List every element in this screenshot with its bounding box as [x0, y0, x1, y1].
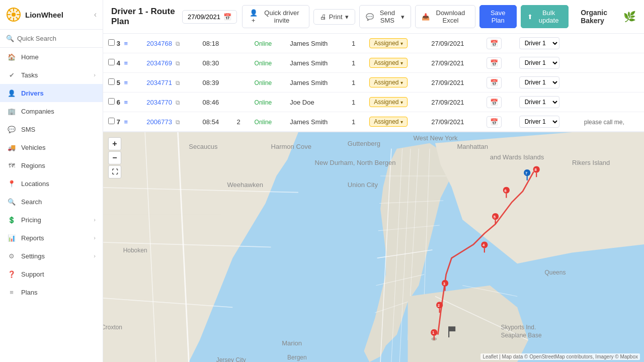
map-svg: Hoboken Croxton Weehawken Secaucus Harmo… — [103, 132, 644, 362]
svg-text:4: 4 — [482, 243, 485, 247]
assigned-badge-1[interactable]: Assigned — [369, 58, 407, 68]
items-cell: 1 — [347, 53, 364, 73]
row-checkbox-3[interactable] — [108, 39, 115, 46]
org-name: Organic Bakery 🌿 — [581, 9, 636, 25]
date-cell: 27/09/2021 — [426, 112, 481, 132]
save-plan-button[interactable]: Save Plan — [479, 5, 517, 28]
bulk-update-button[interactable]: ⬆ Bulk update — [521, 5, 569, 28]
date-picker-button-3[interactable]: 📅 — [487, 97, 502, 108]
sidebar-item-tasks[interactable]: ✔ Tasks › — [0, 66, 103, 84]
svg-text:Skyports Ind.: Skyports Ind. — [501, 324, 536, 331]
date-picker-button-2[interactable]: 📅 — [487, 77, 502, 88]
sidebar-item-regions[interactable]: 🗺 Regions — [0, 156, 103, 174]
quick-search-label: Quick Search — [17, 35, 56, 42]
time-value: 08:18 — [203, 40, 219, 47]
sidebar-item-search[interactable]: 🔍 Search — [0, 193, 103, 211]
order-link-2006773[interactable]: 2006773 — [146, 118, 172, 126]
lionwheel-logo-icon — [6, 7, 21, 22]
quick-driver-invite-button[interactable]: 👤+ Quick driver invite — [242, 5, 309, 28]
zoom-in-button[interactable]: + — [108, 137, 121, 150]
svg-text:6: 6 — [505, 189, 507, 193]
download-excel-button[interactable]: 📥 Download Excel — [415, 5, 475, 28]
assigned-badge-4[interactable]: Assigned — [369, 117, 407, 127]
settings-icon: ⚙ — [7, 251, 16, 260]
date-picker-button-1[interactable]: 📅 — [487, 57, 502, 69]
recipient-name: James Smith — [290, 118, 328, 126]
assigned-badge-2[interactable]: Assigned — [369, 77, 407, 87]
vehicles-icon: 🚚 — [7, 143, 16, 152]
order-link-2034770[interactable]: 2034770 — [146, 99, 172, 106]
sidebar-item-label: Companies — [21, 108, 54, 115]
svg-text:Queens: Queens — [545, 269, 566, 276]
copy-icon: ⧉ — [176, 40, 180, 47]
row-date: 27/09/2021 — [431, 99, 464, 106]
sidebar-item-vehicles[interactable]: 🚚 Vehicles — [0, 138, 103, 156]
svg-text:5: 5 — [494, 215, 496, 219]
quick-search-item[interactable]: 🔍 Quick Search — [0, 30, 103, 48]
recipient-cell: Joe Doe — [285, 93, 347, 112]
time-value: 08:39 — [203, 79, 219, 86]
svg-rect-62 — [449, 326, 455, 331]
main-content: Driver 1 - Route Plan 27/09/2021 📅 👤+ Qu… — [103, 0, 644, 362]
online-status: Online — [255, 119, 272, 126]
badge-cell: Assigned — [364, 93, 426, 112]
row-checkbox-cell: 4 ≡ — [103, 53, 141, 73]
sidebar-item-locations[interactable]: 📍 Locations — [0, 174, 103, 193]
sidebar-item-companies[interactable]: 🏢 Companies — [0, 102, 103, 120]
driver-cell: Driver 1 Driver 2 Driver 3 — [514, 73, 579, 93]
driver-select-4[interactable]: Driver 1 Driver 2 Driver 3 — [519, 116, 559, 128]
packages-cell — [231, 53, 249, 73]
packages-cell — [231, 34, 249, 53]
sidebar-item-drivers[interactable]: 👤 Drivers — [0, 84, 103, 102]
order-link-2034769[interactable]: 2034769 — [146, 59, 172, 67]
print-button[interactable]: 🖨 Print ▾ — [313, 9, 355, 25]
sidebar-item-sms[interactable]: 💬 SMS — [0, 120, 103, 138]
row-checkbox-5[interactable] — [108, 78, 115, 85]
zoom-out-button[interactable]: − — [108, 151, 121, 164]
chevron-down-icon: ▾ — [345, 13, 349, 21]
row-date: 27/09/2021 — [431, 40, 464, 47]
date-picker-button-0[interactable]: 📅 — [487, 38, 502, 49]
items-count: 1 — [352, 79, 355, 86]
sidebar-item-support[interactable]: ❓ Support — [0, 265, 103, 283]
send-sms-button[interactable]: 💬 Send SMS ▾ — [359, 5, 412, 28]
order-number-cell: 2034768 ⧉ — [141, 34, 197, 53]
svg-text:2: 2 — [438, 303, 440, 308]
note-text: please call me, — [584, 119, 624, 126]
row-checkbox-7[interactable] — [108, 118, 115, 124]
driver-select-3[interactable]: Driver 1 Driver 2 Driver 3 — [519, 96, 559, 108]
driver-cell: Driver 1 Driver 2 Driver 3 — [514, 53, 579, 73]
date-icon-cell: 📅 — [481, 112, 514, 132]
assigned-badge-0[interactable]: Assigned — [369, 38, 407, 48]
sidebar-item-plans[interactable]: ≡ Plans — [0, 283, 103, 301]
row-number: 4 — [117, 59, 120, 67]
svg-text:1: 1 — [432, 331, 435, 335]
map-container: Hoboken Croxton Weehawken Secaucus Harmo… — [103, 132, 644, 362]
sidebar-item-reports[interactable]: 📊 Reports › — [0, 229, 103, 247]
date-picker[interactable]: 27/09/2021 📅 — [182, 10, 237, 24]
recipient-name: Joe Doe — [290, 99, 314, 106]
svg-text:Guttenberg: Guttenberg — [348, 140, 380, 147]
assigned-badge-3[interactable]: Assigned — [369, 97, 407, 107]
page-title: Driver 1 - Route Plan — [111, 7, 177, 27]
items-count: 1 — [352, 118, 355, 126]
sidebar-item-pricing[interactable]: 💲 Pricing › — [0, 211, 103, 229]
sms-send-icon: 💬 — [366, 13, 374, 21]
sidebar-item-settings[interactable]: ⚙ Settings › — [0, 247, 103, 265]
sidebar-item-home[interactable]: 🏠 Home — [0, 48, 103, 66]
order-link-2034768[interactable]: 2034768 — [146, 40, 172, 47]
items-cell: 1 — [347, 112, 364, 132]
row-checkbox-4[interactable] — [108, 59, 115, 65]
sidebar-item-label: Vehicles — [21, 144, 45, 151]
date-picker-button-4[interactable]: 📅 — [487, 116, 502, 128]
driver-select-1[interactable]: Driver 1 Driver 2 Driver 3 — [519, 57, 559, 69]
driver-select-2[interactable]: Driver 1 Driver 2 Driver 3 — [519, 76, 559, 88]
svg-text:Secaucus: Secaucus — [189, 143, 218, 150]
order-number-cell: 2034771 ⧉ — [141, 73, 197, 93]
order-link-2034771[interactable]: 2034771 — [146, 79, 172, 86]
table-row: 4 ≡ 2034769 ⧉ 08:30 Online James Smith 1 — [103, 53, 644, 73]
driver-select-0[interactable]: Driver 1 Driver 2 Driver 3 — [519, 37, 559, 49]
fullscreen-button[interactable]: ⛶ — [108, 165, 121, 178]
row-checkbox-6[interactable] — [108, 98, 115, 105]
sidebar-collapse-button[interactable]: ‹ — [94, 10, 97, 19]
